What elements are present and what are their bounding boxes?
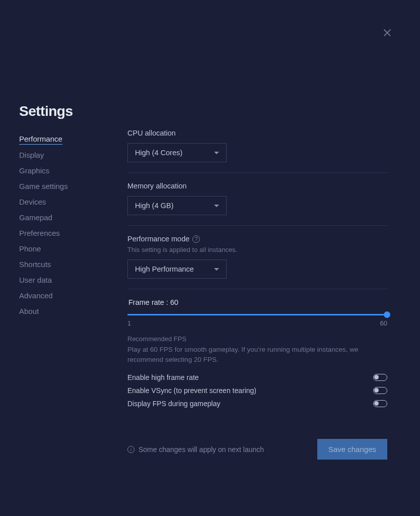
sidebar-item-graphics[interactable]: Graphics <box>19 163 127 178</box>
sidebar: Performance Display Graphics Game settin… <box>19 101 127 460</box>
sidebar-item-gamepad[interactable]: Gamepad <box>19 210 127 225</box>
sidebar-item-game-settings[interactable]: Game settings <box>19 178 127 194</box>
toggle-high-frame-rate[interactable] <box>373 374 387 381</box>
recommended-fps-body: Play at 60 FPS for smooth gameplay. If y… <box>127 345 387 364</box>
memory-allocation-dropdown[interactable]: High (4 GB) <box>127 196 227 215</box>
slider-min: 1 <box>127 319 131 327</box>
recommended-fps-title: Recommended FPS <box>127 335 387 343</box>
memory-allocation-label: Memory allocation <box>127 182 387 190</box>
performance-mode-dropdown[interactable]: High Performance <box>127 260 227 279</box>
chevron-down-icon <box>214 205 219 207</box>
cpu-allocation-label: CPU allocation <box>127 129 387 137</box>
close-icon[interactable] <box>383 28 392 37</box>
slider-thumb[interactable] <box>384 311 390 318</box>
performance-mode-note: This setting is applied to all instances… <box>127 246 387 253</box>
help-icon[interactable]: ? <box>192 235 200 243</box>
toggle-high-frame-rate-label: Enable high frame rate <box>127 373 199 381</box>
cpu-allocation-value: High (4 Cores) <box>135 149 182 157</box>
toggle-display-fps[interactable] <box>373 400 387 407</box>
sidebar-item-phone[interactable]: Phone <box>19 241 127 256</box>
performance-mode-value: High Performance <box>135 265 194 273</box>
frame-rate-label: Frame rate : 60 <box>127 298 387 306</box>
info-icon: i <box>127 446 134 453</box>
sidebar-item-devices[interactable]: Devices <box>19 194 127 210</box>
toggle-display-fps-label: Display FPS during gameplay <box>127 400 220 408</box>
save-changes-button[interactable]: Save changes <box>317 439 387 460</box>
sidebar-item-preferences[interactable]: Preferences <box>19 225 127 241</box>
toggle-vsync[interactable] <box>373 387 387 394</box>
sidebar-item-display[interactable]: Display <box>19 147 127 163</box>
main-panel: CPU allocation High (4 Cores) Memory all… <box>127 101 387 460</box>
footer-note: i Some changes will apply on next launch <box>127 445 264 454</box>
frame-rate-slider[interactable] <box>127 311 387 317</box>
slider-max: 60 <box>380 319 387 327</box>
memory-allocation-value: High (4 GB) <box>135 202 174 210</box>
page-title: Settings <box>19 103 73 119</box>
sidebar-item-about[interactable]: About <box>19 303 127 319</box>
cpu-allocation-dropdown[interactable]: High (4 Cores) <box>127 143 227 162</box>
sidebar-item-advanced[interactable]: Advanced <box>19 288 127 303</box>
sidebar-item-user-data[interactable]: User data <box>19 272 127 288</box>
performance-mode-label: Performance mode ? <box>127 235 387 243</box>
sidebar-item-shortcuts[interactable]: Shortcuts <box>19 256 127 272</box>
chevron-down-icon <box>214 268 219 271</box>
toggle-vsync-label: Enable VSync (to prevent screen tearing) <box>127 386 256 395</box>
chevron-down-icon <box>214 152 219 154</box>
sidebar-item-performance[interactable]: Performance <box>19 131 62 145</box>
